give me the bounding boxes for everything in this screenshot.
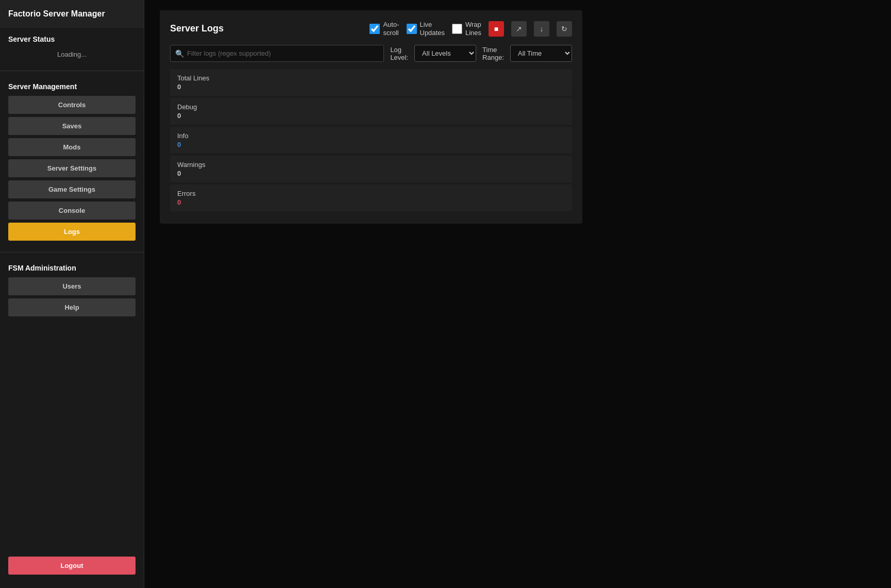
stat-warnings-value: 0: [177, 170, 565, 177]
stop-icon: ■: [494, 25, 498, 33]
app-title: Factorio Server Manager: [0, 0, 144, 28]
stat-errors-label: Errors: [177, 190, 565, 197]
share-icon: ↗: [516, 25, 522, 33]
download-icon: ↓: [540, 25, 544, 33]
fsm-admin-heading: FSM Administration: [8, 264, 136, 272]
stat-total-lines-label: Total Lines: [177, 74, 565, 82]
server-status-value: Loading...: [8, 48, 136, 62]
stat-debug-label: Debug: [177, 103, 565, 111]
share-button[interactable]: ↗: [511, 21, 527, 37]
stat-info: Info 0: [170, 127, 572, 154]
search-wrapper: 🔍: [170, 45, 384, 62]
stat-total-lines: Total Lines 0: [170, 69, 572, 96]
stats-container: Total Lines 0 Debug 0 Info 0 Warnings 0 …: [170, 69, 572, 211]
nav-console[interactable]: Console: [8, 201, 136, 220]
divider-1: [0, 71, 144, 71]
autoscroll-group: Auto-scroll: [369, 21, 399, 37]
nav-saves[interactable]: Saves: [8, 117, 136, 135]
filter-input[interactable]: [170, 45, 384, 62]
live-updates-checkbox[interactable]: [407, 24, 417, 34]
wrap-lines-checkbox[interactable]: [452, 24, 462, 34]
server-status-heading: Server Status: [8, 35, 136, 43]
autoscroll-checkbox[interactable]: [369, 24, 380, 34]
logs-title: Server Logs: [170, 23, 224, 34]
main-content: Server Logs Auto-scroll LiveUpdates Wrap…: [144, 0, 891, 588]
stat-errors-value: 0: [177, 198, 565, 206]
refresh-button[interactable]: ↻: [557, 21, 572, 37]
stat-warnings: Warnings 0: [170, 156, 572, 182]
server-management-heading: Server Management: [8, 82, 136, 91]
server-management-section: Server Management Controls Saves Mods Se…: [0, 75, 144, 248]
autoscroll-label: Auto-scroll: [383, 21, 399, 37]
stat-total-lines-value: 0: [177, 83, 565, 91]
stat-debug: Debug 0: [170, 98, 572, 125]
nav-users[interactable]: Users: [8, 277, 136, 295]
time-range-select[interactable]: All Time Last Hour Last Day Last Week: [510, 45, 572, 62]
nav-logs[interactable]: Logs: [8, 223, 136, 241]
server-status-section: Server Status Loading...: [0, 28, 144, 66]
divider-2: [0, 252, 144, 253]
sidebar: Factorio Server Manager Server Status Lo…: [0, 0, 144, 588]
refresh-icon: ↻: [561, 25, 567, 33]
logout-button[interactable]: Logout: [8, 557, 136, 575]
stat-debug-value: 0: [177, 112, 565, 120]
stat-errors: Errors 0: [170, 184, 572, 211]
live-updates-label: LiveUpdates: [420, 21, 445, 37]
time-range-label: TimeRange:: [482, 46, 504, 61]
wrap-lines-group: WrapLines: [452, 21, 481, 37]
logout-section: Logout: [0, 549, 144, 588]
log-level-select[interactable]: All Levels Debug Info Warning Error: [414, 45, 476, 62]
stat-warnings-label: Warnings: [177, 161, 565, 169]
nav-help[interactable]: Help: [8, 298, 136, 316]
stat-info-label: Info: [177, 132, 565, 140]
download-button[interactable]: ↓: [534, 21, 549, 37]
nav-server-settings[interactable]: Server Settings: [8, 159, 136, 177]
live-updates-group: LiveUpdates: [407, 21, 445, 37]
nav-mods[interactable]: Mods: [8, 138, 136, 156]
search-icon: 🔍: [175, 49, 184, 58]
nav-game-settings[interactable]: Game Settings: [8, 180, 136, 198]
stat-info-value: 0: [177, 141, 565, 148]
logs-header: Server Logs Auto-scroll LiveUpdates Wrap…: [170, 21, 572, 37]
fsm-admin-section: FSM Administration Users Help: [0, 257, 144, 324]
logs-panel: Server Logs Auto-scroll LiveUpdates Wrap…: [160, 10, 582, 224]
nav-controls[interactable]: Controls: [8, 96, 136, 114]
log-level-label: LogLevel:: [390, 46, 408, 61]
stop-button[interactable]: ■: [489, 21, 504, 37]
wrap-lines-label: WrapLines: [465, 21, 481, 37]
filter-row: 🔍 LogLevel: All Levels Debug Info Warnin…: [170, 45, 572, 62]
